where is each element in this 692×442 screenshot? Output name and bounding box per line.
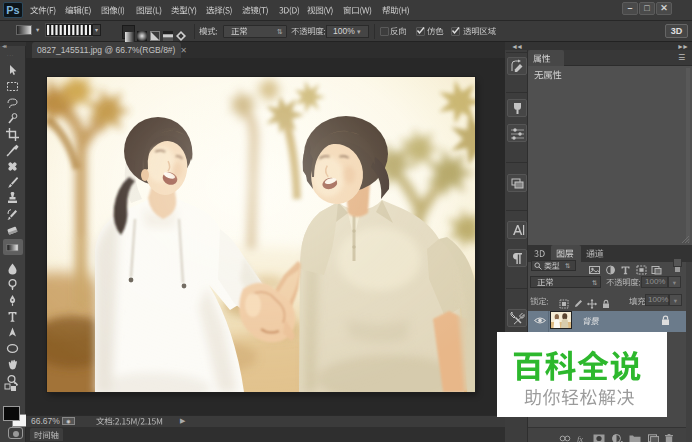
svg-text:fx: fx [577,434,583,442]
